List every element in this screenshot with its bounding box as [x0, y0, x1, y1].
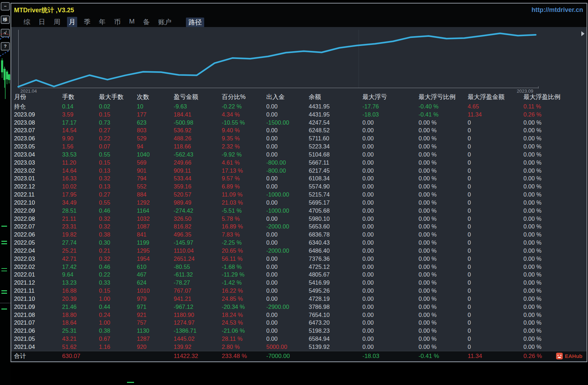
value-cell: 0.00 %: [419, 151, 468, 159]
table-row[interactable]: 2022.0821.110.321032326.505.78 %0.005980…: [11, 215, 587, 223]
value-cell: 0.00 %: [523, 247, 587, 255]
tab-日[interactable]: 日: [37, 17, 47, 27]
value-cell: 4.34 %: [222, 111, 266, 119]
value-cell: 0.14: [62, 102, 99, 111]
value-cell: 139.92: [174, 343, 222, 351]
table-row[interactable]: 2022.1034.490.551292989.4921.03 %0.00569…: [11, 199, 587, 207]
value-cell: -18.03: [362, 351, 419, 361]
table-row[interactable]: 2023.0714.540.27803536.929.40 %0.006248.…: [11, 126, 587, 134]
table-row[interactable]: 2022.0342.710.3219542651.2456.11 %0.0073…: [11, 255, 587, 263]
tab-币[interactable]: 币: [112, 17, 122, 27]
value-cell: 920: [137, 343, 174, 351]
value-cell: 0.13: [99, 182, 137, 191]
value-cell: 0.00 %: [523, 343, 587, 351]
table-row[interactable]: 2021.1213.230.33624-78.27-1.42 %0.005416…: [11, 279, 587, 287]
table-row[interactable]: 2023.0817.170.73623-500.98-10.55 %-1500.…: [11, 119, 587, 127]
table-row[interactable]: 2022.1117.950.27884520.5711.09 %-1000.00…: [11, 191, 587, 199]
value-cell: 0.27: [99, 126, 137, 134]
table-row[interactable]: 2022.0527.740.301199-145.97-2.25 %0.0063…: [11, 239, 587, 247]
value-cell: 0.00 %: [523, 255, 587, 263]
value-cell: 18.64: [62, 319, 99, 327]
value-cell: 0.00: [362, 215, 419, 223]
value-cell: 6217.45: [309, 167, 362, 175]
path-button[interactable]: 路径: [186, 18, 204, 27]
tab-综[interactable]: 综: [22, 17, 32, 27]
value-cell: 5198.23: [309, 327, 362, 335]
value-cell: 0.00: [362, 239, 419, 247]
value-cell: 6486.40: [309, 247, 362, 255]
value-cell: 25.31: [62, 327, 99, 335]
table-row[interactable]: 2022.0723.310.321087816.8216.89 %-2000.0…: [11, 223, 587, 231]
table-row[interactable]: 2023.0214.640.13901909.1117.13 %-800.006…: [11, 167, 587, 175]
title-bar: MTDriver统计 ,V3.25 http://mtdriver.cn: [11, 4, 587, 16]
value-cell: 2651.24: [174, 255, 222, 263]
table-row[interactable]: 2021.0543.210.6712871445.0228.11 %0.0065…: [11, 335, 587, 343]
value-cell: 0: [468, 287, 523, 295]
table-row[interactable]: 2021.0718.641.007571274.9724.53 %0.00647…: [11, 319, 587, 327]
month-cell: 2021.11: [11, 287, 62, 295]
value-cell: 0.15: [99, 111, 137, 119]
tab-周[interactable]: 周: [52, 17, 62, 27]
table-row[interactable]: 持仓0.140.0210-9.63-0.22 %0.004431.95-17.7…: [11, 102, 587, 111]
value-cell: 0.30: [99, 239, 137, 247]
table-row[interactable]: 2023.069.900.22529488.269.35 %0.005711.6…: [11, 134, 587, 142]
table-row[interactable]: 2022.0425.210.2112951110.0420.65 %-2000.…: [11, 247, 587, 255]
value-cell: -9.92 %: [222, 151, 266, 159]
value-cell: 794: [137, 174, 174, 182]
table-row[interactable]: 2023.0116.330.32794533.449.57 %0.006108.…: [11, 174, 587, 182]
value-cell: -0.40 %: [419, 102, 468, 111]
value-cell: 0: [468, 167, 523, 175]
table-row[interactable]: 2023.0433.530.551040-562.43-9.92 %0.0051…: [11, 151, 587, 159]
value-cell: 0.00 %: [523, 263, 587, 271]
scroll-arrow-icon[interactable]: [581, 31, 584, 36]
value-cell: -5.51 %: [222, 207, 266, 215]
table-row[interactable]: 2022.0619.820.38841496.357.83 %0.006836.…: [11, 231, 587, 239]
value-cell: 0.00: [362, 231, 419, 239]
table-row[interactable]: 2021.0818.800.249211180.9018.24 %0.00765…: [11, 311, 587, 319]
value-cell: 5495.26: [309, 287, 362, 295]
table-row[interactable]: 2022.019.640.22467-611.32-11.29 %0.00480…: [11, 271, 587, 279]
table-row[interactable]: 2022.1210.020.13552359.166.89 %0.005574.…: [11, 182, 587, 191]
table-row[interactable]: 2023.051.560.0794118.662.32 %0.005223.34…: [11, 142, 587, 151]
table-row[interactable]: 2022.0928.510.461164-274.42-5.51 %-1000.…: [11, 207, 587, 215]
table-row[interactable]: 2021.0625.310.381130-1386.71-21.06 %0.00…: [11, 327, 587, 335]
table-row[interactable]: 2021.1116.880.151010767.0716.22 %0.00549…: [11, 287, 587, 295]
value-cell: 6836.78: [309, 231, 362, 239]
value-cell: [309, 351, 362, 361]
value-cell: 0.00 %: [523, 279, 587, 287]
value-cell: 0: [468, 247, 523, 255]
month-cell: 2022.10: [11, 199, 62, 207]
value-cell: 25.21: [62, 247, 99, 255]
value-cell: 5695.17: [309, 199, 362, 207]
table-row[interactable]: 2023.0311.200.15569249.664.61 %-800.0056…: [11, 159, 587, 167]
tab-M[interactable]: M: [127, 17, 136, 27]
value-cell: 0.24: [99, 311, 137, 319]
value-cell: 9.35 %: [222, 134, 266, 142]
value-cell: 0.38: [99, 327, 137, 335]
value-cell: 0.00: [362, 191, 419, 199]
website-link[interactable]: http://mtdriver.cn: [532, 6, 583, 14]
tab-账户[interactable]: 账户: [156, 17, 173, 27]
value-cell: 0.00 %: [523, 231, 587, 239]
value-cell: 9.57 %: [222, 174, 266, 182]
table-row[interactable]: 2023.093.590.15177184.414.34 %0.004431.9…: [11, 111, 587, 119]
table-row[interactable]: 2022.0217.420.46610-80.55-1.68 %0.004725…: [11, 263, 587, 271]
table-row[interactable]: 2021.0451.621.16920139.922.80 %5000.0051…: [11, 343, 587, 351]
table-row[interactable]: 2021.0921.460.44971-967.12-20.34 %-2900.…: [11, 303, 587, 311]
value-cell: 624: [137, 279, 174, 287]
tab-备[interactable]: 备: [141, 17, 152, 27]
value-cell: 5139.92: [309, 343, 362, 351]
value-cell: 0.00 %: [419, 279, 468, 287]
month-cell: 2021.06: [11, 327, 62, 335]
value-cell: 0.00 %: [419, 134, 468, 142]
table-row[interactable]: 2021.1020.391.00979941.2124.85 %0.004728…: [11, 295, 587, 303]
total-row[interactable]: 合计630.0711422.32233.48 %-7000.00-18.03-0…: [11, 351, 587, 361]
tab-年[interactable]: 年: [97, 17, 107, 27]
tab-月[interactable]: 月: [67, 17, 77, 27]
tab-季[interactable]: 季: [82, 17, 92, 27]
value-cell: -967.12: [174, 303, 222, 311]
value-cell: 9.40 %: [222, 126, 266, 134]
column-header: 最大手数: [99, 91, 137, 102]
value-cell: 0.00: [266, 111, 309, 119]
value-cell: 0.00: [362, 279, 419, 287]
